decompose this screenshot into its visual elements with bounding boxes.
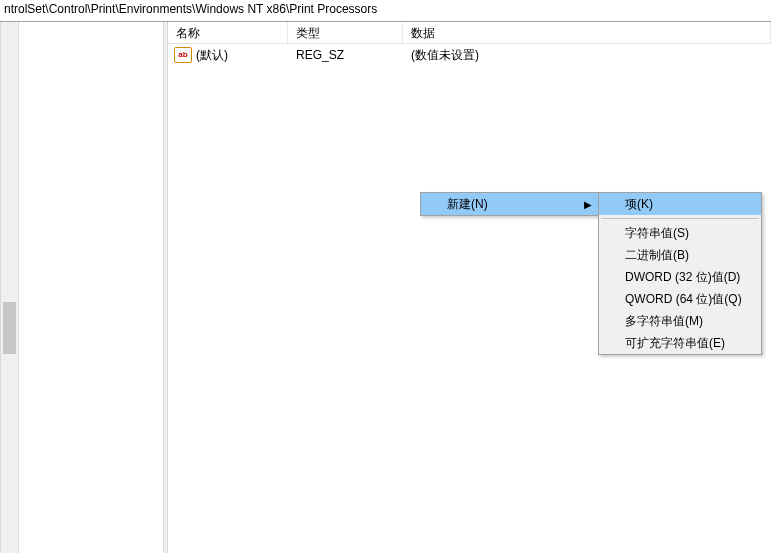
submenu-item-label: 字符串值(S): [625, 225, 689, 242]
tree-scrollbar[interactable]: [0, 22, 19, 553]
column-header-name[interactable]: 名称: [168, 22, 288, 43]
submenu-item-label: 可扩充字符串值(E): [625, 335, 725, 352]
value-name-cell[interactable]: ab (默认): [168, 47, 288, 64]
submenu-item-label: 二进制值(B): [625, 247, 689, 264]
value-row[interactable]: ab (默认) REG_SZ (数值未设置): [168, 44, 771, 64]
value-rows[interactable]: ab (默认) REG_SZ (数值未设置) 新建(N) ▶ 项(K)字符串值(…: [168, 44, 771, 553]
column-headers: 名称 类型 数据: [168, 22, 771, 44]
registry-editor-cutout: ntrolSet\Control\Print\Environments\Wind…: [0, 0, 771, 553]
submenu-item-label: 项(K): [625, 196, 653, 213]
submenu-item[interactable]: QWORD (64 位)值(Q): [599, 288, 761, 310]
value-data-cell: (数值未设置): [403, 47, 771, 64]
key-tree-pane[interactable]: [19, 22, 163, 553]
submenu-item[interactable]: 可扩充字符串值(E): [599, 332, 761, 354]
submenu-arrow-icon: ▶: [584, 199, 592, 210]
column-header-type[interactable]: 类型: [288, 22, 403, 43]
submenu-item[interactable]: 二进制值(B): [599, 244, 761, 266]
string-value-icon: ab: [174, 47, 192, 63]
value-type-cell: REG_SZ: [288, 48, 403, 62]
submenu-item-label: DWORD (32 位)值(D): [625, 269, 740, 286]
context-menu[interactable]: 新建(N) ▶: [420, 192, 601, 216]
submenu-item-label: 多字符串值(M): [625, 313, 703, 330]
scrollbar-thumb[interactable]: [3, 302, 16, 354]
column-header-data[interactable]: 数据: [403, 22, 771, 43]
registry-path-bar[interactable]: ntrolSet\Control\Print\Environments\Wind…: [0, 0, 771, 22]
submenu-item[interactable]: DWORD (32 位)值(D): [599, 266, 761, 288]
new-submenu[interactable]: 项(K)字符串值(S)二进制值(B)DWORD (32 位)值(D)QWORD …: [598, 192, 762, 355]
menu-separator: [601, 218, 759, 219]
menu-item-new[interactable]: 新建(N) ▶: [421, 193, 600, 215]
submenu-item[interactable]: 字符串值(S): [599, 222, 761, 244]
value-list-pane: 名称 类型 数据 ab (默认) REG_SZ (数值未设置) 新建(N): [168, 22, 771, 553]
submenu-item[interactable]: 项(K): [599, 193, 761, 215]
main-body: 名称 类型 数据 ab (默认) REG_SZ (数值未设置) 新建(N): [0, 22, 771, 553]
submenu-item-label: QWORD (64 位)值(Q): [625, 291, 742, 308]
menu-item-label: 新建(N): [447, 196, 488, 213]
value-name-text: (默认): [196, 47, 228, 64]
submenu-item[interactable]: 多字符串值(M): [599, 310, 761, 332]
